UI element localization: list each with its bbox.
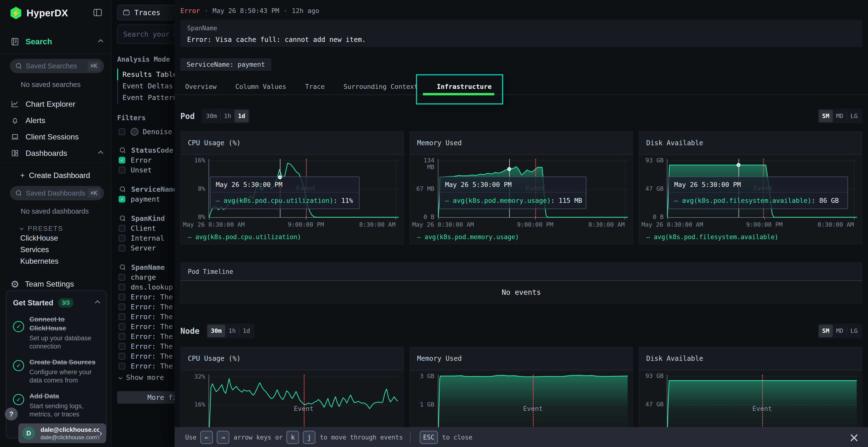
- help-button[interactable]: ?: [5, 408, 18, 420]
- checkbox[interactable]: [119, 323, 125, 330]
- sidebar-item-label: Search: [26, 37, 52, 46]
- pod-range-30m[interactable]: 30m: [203, 110, 220, 122]
- event-timestamp: May 26 8:50:43 PM: [213, 7, 279, 14]
- checkbox[interactable]: [119, 304, 125, 310]
- checkbox[interactable]: [119, 333, 125, 340]
- chart-tooltip: May 26 5:30:00 PM— avg(k8s.pod.cpu.utili…: [210, 176, 360, 209]
- divider: [410, 432, 411, 443]
- node-size-lg[interactable]: LG: [847, 325, 861, 337]
- checkbox[interactable]: [119, 363, 125, 370]
- event-label: Event: [294, 405, 313, 412]
- checkbox[interactable]: [119, 284, 125, 290]
- journal-icon: [10, 37, 19, 46]
- checkbox[interactable]: [119, 167, 125, 173]
- tab-overview[interactable]: Overview: [185, 79, 217, 94]
- pod-section-title: Pod: [180, 111, 195, 121]
- pod-size-lg[interactable]: LG: [847, 110, 861, 122]
- node-range-30m[interactable]: 30m: [207, 325, 225, 337]
- get-started-step-sources[interactable]: ✓ Create Data Sources Configure where yo…: [13, 358, 99, 384]
- plus-icon: +: [20, 171, 25, 180]
- chart-legend: avg(k8s.pod.memory.usage): [417, 232, 519, 242]
- tab-column-values[interactable]: Column Values: [235, 79, 286, 94]
- node-size-sm[interactable]: SM: [819, 325, 833, 337]
- span-name-card: SpanName Error: Visa cache full: cannot …: [180, 20, 862, 47]
- pod-range-1h[interactable]: 1h: [221, 110, 235, 122]
- create-dashboard-button[interactable]: +Create Dashboard: [20, 171, 111, 180]
- user-email: dale@clickhouse.com: [40, 426, 99, 434]
- get-started-step-connect[interactable]: ✓ Connect to ClickHouse Set up your data…: [13, 315, 99, 350]
- collapse-sidebar-icon[interactable]: [93, 8, 102, 18]
- checkbox[interactable]: [119, 294, 125, 300]
- node-section-header: Node 30m 1h 1d SM MD LG: [180, 323, 862, 339]
- presets-toggle[interactable]: PRESETS: [20, 225, 111, 232]
- chevron-down-icon: [119, 375, 123, 379]
- event-marker-line: [762, 375, 763, 433]
- y-axis-tick: 1 GB: [410, 401, 434, 408]
- get-started-step-add-data[interactable]: ✓ Add Data Start sending logs, metrics, …: [13, 391, 99, 418]
- sidebar-item-team-settings[interactable]: ⚙ Team Settings: [10, 280, 102, 288]
- chart-legend: avg(k8s.pod.filesystem.available): [646, 232, 778, 242]
- checkbox[interactable]: ✓: [119, 196, 125, 203]
- event-label: Event: [523, 405, 543, 412]
- node-size-control: SM MD LG: [817, 323, 862, 338]
- hyperdx-logo-icon: ⚡: [10, 7, 22, 19]
- checkbox[interactable]: [119, 128, 125, 135]
- saved-searches-input[interactable]: Saved Searches ⌘K: [10, 59, 104, 73]
- event-label: Event: [752, 405, 772, 412]
- y-axis-tick: 0 B: [639, 214, 663, 220]
- checkbox[interactable]: [119, 313, 125, 320]
- checkbox[interactable]: [119, 245, 125, 251]
- chevron-up-icon[interactable]: [98, 39, 103, 44]
- checkbox[interactable]: [119, 235, 125, 242]
- pod-size-sm[interactable]: SM: [819, 110, 833, 122]
- sidebar-item-search[interactable]: Search: [10, 36, 102, 47]
- chevron-up-icon: [95, 300, 100, 305]
- pod-cpu-chart[interactable]: 16%8%0%EventMay 26 5:30:00 PM— avg(k8s.p…: [181, 155, 404, 230]
- checkbox[interactable]: ✓: [119, 157, 125, 164]
- tab-trace[interactable]: Trace: [305, 79, 324, 94]
- sidebar-item-client-sessions[interactable]: Client Sessions: [0, 130, 111, 143]
- sidebar-item-chart-explorer[interactable]: Chart Explorer: [0, 97, 111, 111]
- event-marker-line: [533, 375, 534, 433]
- tab-surrounding-context[interactable]: Surrounding Context: [344, 79, 418, 94]
- checkbox[interactable]: [119, 343, 125, 350]
- tab-infrastructure[interactable]: Infrastructure: [437, 79, 492, 94]
- preset-services[interactable]: Services: [20, 244, 111, 255]
- arrow-right-key: →: [217, 431, 229, 444]
- preset-clickhouse[interactable]: ClickHouse: [20, 232, 111, 244]
- search-icon: [120, 264, 126, 271]
- checkbox[interactable]: [119, 225, 125, 232]
- chart-title: CPU Usage (%): [181, 347, 404, 370]
- bell-icon: [10, 116, 19, 125]
- pod-disk-chart[interactable]: 93 GB47 GB0 BEventMay 26 5:30:00 PM— avg…: [639, 155, 862, 230]
- service-name-chip[interactable]: ServiceName: payment: [180, 58, 271, 71]
- y-axis-tick: 47 GB: [639, 401, 663, 408]
- user-menu[interactable]: D dale@clickhouse.com dale@clickhouse.co…: [18, 423, 106, 443]
- data-point-marker: [278, 175, 282, 179]
- pod-timeline-title: Pod Timeline: [181, 263, 862, 281]
- node-range-1h[interactable]: 1h: [225, 325, 239, 337]
- y-axis-tick: 134 MB: [410, 157, 434, 171]
- pod-memory-chart[interactable]: 134 MB67 MB0 BEventMay 26 5:30:00 PM— av…: [410, 155, 633, 230]
- sidebar-item-dashboards[interactable]: Dashboards: [0, 146, 111, 160]
- chart-card-pod-memory: Memory Used 134 MB67 MB0 BEventMay 26 5:…: [410, 131, 633, 244]
- node-size-md[interactable]: MD: [833, 325, 847, 337]
- search-icon: [120, 186, 126, 193]
- chevron-up-icon[interactable]: [98, 150, 103, 156]
- sidebar-item-alerts[interactable]: Alerts: [0, 114, 111, 127]
- pod-range-control: 30m 1h 1d: [202, 109, 250, 124]
- checkbox[interactable]: [119, 274, 125, 281]
- chart-card-pod-disk: Disk Available 93 GB47 GB0 BEventMay 26 …: [639, 131, 862, 244]
- pod-range-1d[interactable]: 1d: [235, 110, 249, 122]
- node-range-1d[interactable]: 1d: [240, 325, 253, 337]
- x-axis-tick: May 26 8:30:00 AM: [641, 221, 703, 228]
- saved-dashboards-input[interactable]: Saved Dashboards ⌘K: [10, 186, 104, 200]
- get-started-header[interactable]: Get Started 3/3: [13, 298, 99, 308]
- pod-size-md[interactable]: MD: [833, 110, 847, 122]
- preset-kubernetes[interactable]: Kubernetes: [20, 255, 111, 267]
- avatar: D: [22, 427, 35, 440]
- no-saved-dashboards-text: No saved dashboards: [21, 207, 111, 215]
- checkbox[interactable]: [119, 353, 125, 359]
- close-icon[interactable]: ×: [849, 431, 859, 444]
- gear-icon: ⚙: [10, 280, 19, 288]
